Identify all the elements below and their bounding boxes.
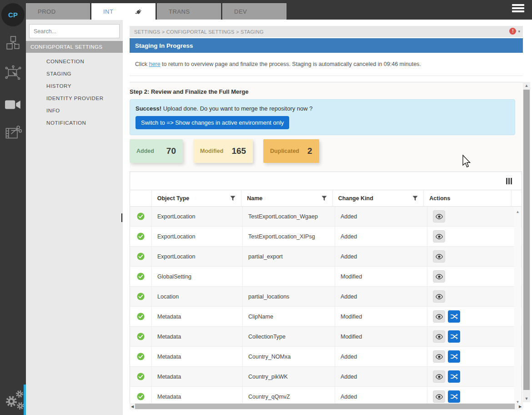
sidebar-section-header[interactable]: CONFIGPORTAL SETTINGS: [26, 41, 123, 53]
table-row[interactable]: ExportLocation TestExportLocation_XIPsg …: [130, 227, 522, 247]
avatar[interactable]: CP: [1, 3, 25, 26]
merge-mapping-button[interactable]: [448, 330, 460, 343]
error-badge-icon: !: [509, 28, 516, 35]
sidebar-item[interactable]: IDENTITY PROVIDER: [26, 92, 123, 104]
media-edit-icon[interactable]: [2, 122, 24, 142]
view-button[interactable]: [433, 350, 445, 363]
table-row[interactable]: Location partial_locations Added: [130, 287, 522, 307]
scrollbar-thumb[interactable]: [523, 90, 530, 390]
view-button[interactable]: [433, 230, 445, 243]
table-row[interactable]: Metadata Country_qQmvZ Added: [130, 387, 522, 403]
shuffle-icon: [450, 313, 458, 320]
view-button[interactable]: [433, 370, 445, 383]
scroll-down-arrow-icon[interactable]: ▼: [523, 395, 530, 402]
scroll-down-arrow-icon[interactable]: ▼: [514, 399, 521, 403]
scroll-up-arrow-icon[interactable]: ▲: [523, 82, 530, 89]
sidebar-item[interactable]: NOTIFICATION: [26, 117, 123, 129]
table-row[interactable]: Metadata ClipName Modified: [130, 307, 522, 327]
environment-tab[interactable]: DEV: [222, 3, 286, 20]
column-header: Object Type: [151, 190, 241, 206]
merge-mapping-button[interactable]: [448, 390, 460, 403]
name-cell: partial_export: [242, 247, 335, 266]
table-row[interactable]: Metadata CollectionType Modified: [130, 327, 522, 347]
sidebar-item[interactable]: STAGING: [26, 68, 123, 80]
environment-tab[interactable]: INT: [91, 3, 156, 20]
object-type-cell: ExportLocation: [151, 227, 242, 246]
settings-gears-icon[interactable]: [2, 389, 24, 409]
summary-card-label: Duplicated: [270, 148, 299, 154]
app-icon-strip: CP: [0, 0, 26, 415]
switch-view-button[interactable]: Switch to => Show changes in active envi…: [136, 116, 289, 129]
row-status-cell: [130, 327, 151, 346]
change-kind-cell: Added: [335, 287, 427, 306]
sidebar-item[interactable]: INFO: [26, 105, 123, 116]
eye-icon: [436, 254, 443, 259]
view-button[interactable]: [433, 270, 445, 283]
summary-card[interactable]: Modified 165: [193, 139, 253, 163]
settings-sidebar: CONFIGPORTAL SETTINGS CONNECTION STAGING…: [26, 20, 123, 415]
name-cell: TestExportLocation_Wgaep: [242, 207, 335, 226]
scroll-left-arrow-icon[interactable]: ◀: [130, 403, 135, 410]
success-check-icon: [137, 373, 145, 380]
name-cell: [242, 267, 335, 286]
object-type-cell: ExportLocation: [151, 247, 242, 266]
scroll-up-arrow-icon[interactable]: ▲: [514, 208, 521, 215]
view-button[interactable]: [433, 390, 445, 403]
actions-cell: [427, 287, 516, 306]
status-column-header: [130, 190, 151, 206]
grid-header-row: Object Type Name Change Kind Actions: [130, 190, 522, 207]
object-type-cell: GlobalSetting: [151, 267, 242, 286]
summary-card-label: Modified: [200, 148, 223, 154]
merge-mapping-button[interactable]: [448, 350, 460, 363]
view-button[interactable]: [433, 310, 445, 323]
success-check-icon: [137, 293, 145, 300]
table-row[interactable]: ExportLocation TestExportLocation_Wgaep …: [130, 207, 522, 227]
sidebar-item[interactable]: HISTORY: [26, 80, 123, 92]
view-button[interactable]: [433, 290, 445, 303]
return-overview-link[interactable]: here: [149, 61, 161, 67]
table-row[interactable]: Metadata Country_pikWK Added: [130, 367, 522, 387]
summary-card[interactable]: Duplicated 2: [263, 139, 319, 163]
view-button[interactable]: [433, 330, 445, 343]
name-cell: Country_NOMxa: [242, 347, 335, 366]
environment-tabs: PROD INT TR: [26, 3, 286, 20]
filter-icon[interactable]: [412, 196, 418, 202]
name-cell: partial_locations: [242, 287, 335, 306]
row-status-cell: [130, 287, 151, 306]
horizontal-scrollbar[interactable]: ◀ ▶: [130, 403, 523, 410]
text-caret: [121, 213, 122, 222]
notifications-dropdown[interactable]: ! ▾: [509, 28, 520, 35]
summary-card[interactable]: Added 70: [130, 139, 183, 163]
eye-icon: [436, 214, 443, 219]
environment-tab[interactable]: TRANS: [157, 3, 221, 20]
actions-cell: [427, 387, 516, 403]
summary-card-value: 165: [231, 146, 246, 156]
table-row[interactable]: GlobalSetting Modified: [130, 267, 522, 287]
actions-cell: [427, 347, 516, 366]
table-vertical-scrollbar[interactable]: ▲ ▼: [514, 207, 521, 403]
page-vertical-scrollbar[interactable]: ▲ ▼: [523, 82, 530, 402]
view-button[interactable]: [433, 250, 445, 263]
environment-tab[interactable]: PROD: [26, 3, 90, 20]
sidebar-item[interactable]: CONNECTION: [26, 56, 123, 67]
tab-label: INT: [103, 8, 113, 15]
search-input[interactable]: [29, 24, 120, 38]
menu-hamburger-icon[interactable]: [512, 4, 524, 14]
eye-icon: [436, 354, 443, 359]
table-row[interactable]: Metadata Country_NOMxa Added: [130, 347, 522, 367]
column-chooser-icon[interactable]: [506, 178, 512, 184]
shuffle-icon: [450, 353, 458, 360]
video-camera-icon[interactable]: [2, 95, 24, 115]
merge-mapping-button[interactable]: [448, 370, 460, 383]
filter-icon[interactable]: [321, 196, 327, 202]
scroll-right-arrow-icon[interactable]: ▶: [517, 403, 523, 410]
view-button[interactable]: [433, 210, 445, 223]
change-kind-cell: Added: [335, 387, 427, 403]
interactive-panel-icon[interactable]: [2, 63, 24, 83]
cubes-icon[interactable]: [2, 33, 24, 53]
filter-icon[interactable]: [230, 196, 236, 202]
scrollbar-thumb[interactable]: [135, 404, 515, 409]
merge-mapping-button[interactable]: [448, 310, 460, 323]
table-row[interactable]: ExportLocation partial_export Added: [130, 247, 522, 267]
row-status-cell: [130, 207, 151, 226]
